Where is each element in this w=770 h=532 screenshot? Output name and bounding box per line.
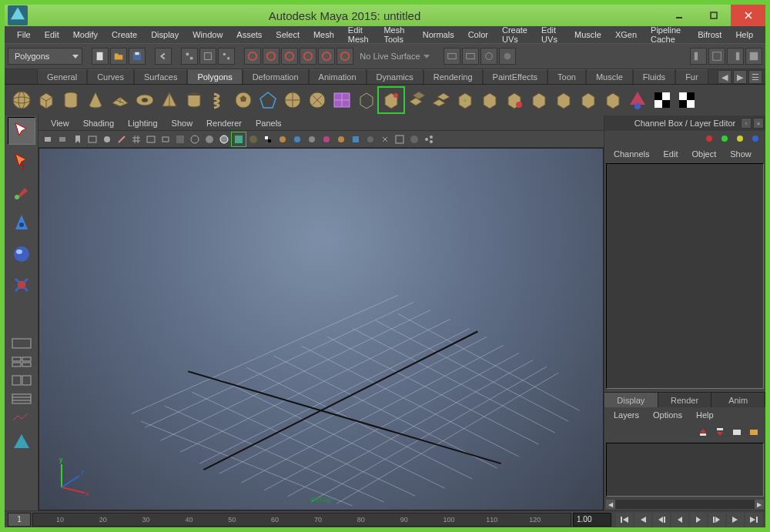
shelf-tab-fluids[interactable]: Fluids <box>633 69 675 84</box>
poly-combine-icon[interactable] <box>354 88 379 112</box>
poly-plane-icon[interactable] <box>108 88 132 112</box>
cb-menu-object[interactable]: Object <box>685 148 722 160</box>
single-persp-layout[interactable] <box>8 336 35 351</box>
hypershade-button[interactable] <box>499 48 516 65</box>
sidebar-toggle-4[interactable] <box>745 48 762 65</box>
menu-mesh[interactable]: Mesh <box>307 28 340 42</box>
layer-tab-render[interactable]: Render <box>658 393 712 407</box>
cb-menu-show[interactable]: Show <box>724 148 758 160</box>
viewport-3d[interactable]: y x z persp <box>38 148 604 510</box>
shelf-scroll-right-icon[interactable]: ▶ <box>733 70 747 84</box>
poly-cube-icon[interactable] <box>34 88 59 112</box>
range-end-field[interactable] <box>573 513 611 527</box>
vt-grid-icon[interactable] <box>129 132 143 146</box>
poly-sphere-icon[interactable] <box>9 88 34 112</box>
panel-menu-lighting[interactable]: Lighting <box>122 117 164 129</box>
play-back-button[interactable] <box>671 513 688 527</box>
step-forward-button[interactable] <box>727 513 744 527</box>
poly-pipe-icon[interactable] <box>182 88 206 112</box>
menu-window[interactable]: Window <box>186 28 229 42</box>
poly-create-highlighted-icon[interactable] <box>330 88 354 112</box>
maximize-button[interactable] <box>696 5 731 26</box>
snap-live-button[interactable] <box>318 48 335 65</box>
shelf-tab-general[interactable]: General <box>37 69 87 84</box>
cb-mode1-icon[interactable] <box>702 132 716 146</box>
vt-shadows-icon[interactable] <box>261 132 275 146</box>
layer-menu-options[interactable]: Options <box>647 409 688 421</box>
current-frame-field[interactable]: 1 <box>8 513 31 527</box>
select-component-button[interactable] <box>218 48 235 65</box>
select-tool[interactable] <box>8 117 35 145</box>
shelf-tab-dynamics[interactable]: Dynamics <box>367 69 424 84</box>
lasso-tool[interactable] <box>8 148 35 176</box>
poly-torus-icon[interactable] <box>132 88 157 112</box>
vt-exposure-icon[interactable] <box>378 132 392 146</box>
poly-crease-icon[interactable] <box>551 88 576 112</box>
shelf-menu-icon[interactable]: ☰ <box>748 70 762 84</box>
vt-xray-icon[interactable] <box>290 132 304 146</box>
cb-mode2-icon[interactable] <box>718 132 732 146</box>
render-settings-button[interactable] <box>480 48 497 65</box>
menu-help[interactable]: Help <box>729 28 759 42</box>
two-side-layout[interactable] <box>8 373 35 388</box>
vt-lights-icon[interactable] <box>246 132 260 146</box>
cb-menu-channels[interactable]: Channels <box>608 148 655 160</box>
select-hierarchy-button[interactable] <box>181 48 198 65</box>
poly-bevel-icon[interactable] <box>527 88 551 112</box>
move-tool[interactable] <box>8 209 35 237</box>
new-scene-button[interactable] <box>92 48 109 65</box>
vt-ssao-icon[interactable] <box>320 132 333 146</box>
shelf-tab-surfaces[interactable]: Surfaces <box>134 69 187 84</box>
poly-type-icon[interactable] <box>280 88 305 112</box>
checker-flag-icon[interactable] <box>675 88 699 112</box>
layer-menu-layers[interactable]: Layers <box>608 409 645 421</box>
layer-scrollbar[interactable]: ◀ ▶ <box>606 500 764 509</box>
cb-mode4-icon[interactable] <box>748 132 762 146</box>
shelf-tab-animation[interactable]: Animation <box>309 69 367 84</box>
shelf-scroll-left-icon[interactable]: ◀ <box>718 70 732 84</box>
shelf-tab-curves[interactable]: Curves <box>87 69 134 84</box>
vt-share-icon[interactable] <box>422 132 436 146</box>
module-selector[interactable]: Polygons <box>8 48 82 65</box>
go-end-button[interactable] <box>745 513 762 527</box>
vt-bookmark-icon[interactable] <box>71 132 85 146</box>
poly-mirror-icon[interactable] <box>576 88 601 112</box>
vt-shaded-icon[interactable] <box>203 132 216 146</box>
undo-button[interactable] <box>155 48 172 65</box>
key-back-button[interactable] <box>653 513 670 527</box>
checker-icon[interactable] <box>650 88 675 112</box>
maya-logo-icon[interactable] <box>8 428 35 456</box>
shelf-tab-painteffects[interactable]: PaintEffects <box>483 69 548 84</box>
vt-select-camera-icon[interactable] <box>42 132 55 146</box>
vt-render-icon[interactable] <box>407 132 421 146</box>
shelf-tab-rendering[interactable]: Rendering <box>424 69 483 84</box>
menu-edit[interactable]: Edit <box>38 28 65 42</box>
outliner-layout[interactable] <box>8 391 35 407</box>
rotate-tool[interactable] <box>8 240 35 268</box>
snap-curve-button[interactable] <box>263 48 280 65</box>
poly-prism-icon[interactable] <box>305 88 330 112</box>
shelf-tab-fur[interactable]: Fur <box>675 69 708 84</box>
vt-2d-pan-icon[interactable] <box>100 132 114 146</box>
sidebar-toggle-1[interactable] <box>690 48 707 65</box>
shelf-tab-polygons[interactable]: Polygons <box>187 69 242 84</box>
scroll-left-icon[interactable]: ◀ <box>606 500 615 509</box>
vt-motion-blur-icon[interactable] <box>334 132 348 146</box>
poly-platonic-icon[interactable] <box>256 88 280 112</box>
poly-soccer-icon[interactable] <box>231 88 256 112</box>
menu-create[interactable]: Create <box>105 28 143 42</box>
four-view-layout[interactable] <box>8 354 35 370</box>
play-forward-button[interactable] <box>690 513 707 527</box>
vt-film-gate-icon[interactable] <box>144 132 158 146</box>
step-back-button[interactable] <box>634 513 651 527</box>
select-object-button[interactable] <box>199 48 216 65</box>
snap-point-button[interactable] <box>281 48 298 65</box>
cb-menu-edit[interactable]: Edit <box>657 148 684 160</box>
snap-plane-button[interactable] <box>300 48 316 65</box>
poly-bridge-icon[interactable] <box>428 88 453 112</box>
vt-dof-icon[interactable] <box>363 132 377 146</box>
poly-cylinder-icon[interactable] <box>59 88 83 112</box>
sidebar-toggle-3[interactable] <box>727 48 744 65</box>
panel-menu-show[interactable]: Show <box>166 117 199 129</box>
graph-layout[interactable] <box>8 410 35 425</box>
